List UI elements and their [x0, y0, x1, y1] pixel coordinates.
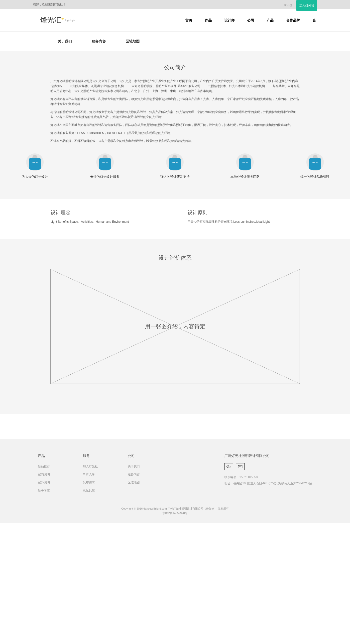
- principle-desc: 用最少的灯实现最理想的灯光环境 Less Luminaires,Ideal Li…: [188, 220, 300, 224]
- intro-p1: 广州灯光社照明设计有限公司是云知光全资子公司。云知光是一家专注照明产业开展业务的…: [50, 78, 300, 94]
- footer-link[interactable]: 发布需求: [83, 480, 128, 484]
- footer-link[interactable]: 申请入库: [83, 472, 128, 477]
- subnav-about[interactable]: 关于我们: [58, 39, 72, 44]
- footer-address: 地址：番禺区105国道大石段493号二楼优联办公社区B203-B217室: [224, 482, 312, 486]
- footer-col-company: 公司 关于我们 服务内容 区域地图: [128, 454, 173, 496]
- intro-section: 公司简介 广州灯光社照明设计有限公司是云知光全资子公司。云知光是一家专注照明产业…: [0, 51, 350, 199]
- footer-link[interactable]: 关于我们: [128, 464, 173, 469]
- svg-point-2: [227, 466, 229, 468]
- nav-home[interactable]: 首页: [179, 9, 198, 32]
- user-name[interactable]: 李小四: [284, 1, 292, 10]
- logo[interactable]: 烽光汇★ Lightopia: [28, 13, 88, 28]
- nav-more[interactable]: 合: [306, 9, 322, 32]
- footer-link[interactable]: 加入灯光社: [83, 464, 128, 469]
- logo-text: 烽光汇★: [40, 16, 64, 25]
- intro-p3: 与传统的照明设计公司不同，灯光社致力于为客户提供由灯光顾问和设计、灯具产品解决方…: [50, 110, 300, 120]
- feature-5-text: 统一的设计品质管理: [292, 174, 338, 179]
- placeholder-text: 用一张图介绍，内容待定: [145, 323, 205, 330]
- logo-subtitle: Lightopia: [65, 19, 76, 22]
- feature-row: LOGO 为大众的灯光设计 LOGO 专业的灯光设计服务 LOGO 强大的设计研…: [0, 154, 350, 179]
- footer-phone: 联系电话：15521105058: [224, 475, 312, 480]
- logo-icon: LOGO: [26, 154, 44, 171]
- footer-link[interactable]: 区域地图: [128, 480, 173, 484]
- svg-point-4: [227, 466, 228, 466]
- footer-link[interactable]: 意见反馈: [83, 488, 128, 492]
- nav-designers[interactable]: 设计师: [218, 9, 241, 32]
- feature-1-text: 为大众的灯光设计: [12, 174, 58, 179]
- footer-link[interactable]: 服务内容: [128, 472, 173, 477]
- intro-p4: 灯光社在全国主要城市拥有自己的设计和运营服务团队，团队核心成员都是资深的照明设计…: [50, 122, 300, 128]
- intro-body: 广州灯光社照明设计有限公司是云知光全资子公司。云知光是一家专注照明产业开展业务的…: [50, 78, 300, 144]
- welcome-text: 您好，欢迎来到灯光社！: [33, 0, 66, 11]
- evaluation-section: 设计评价体系 用一张图介绍，内容待定: [0, 239, 350, 414]
- subnav-service[interactable]: 服务内容: [92, 39, 106, 44]
- feature-4-text: 本地化设计服务团队: [222, 174, 268, 179]
- logo-icon: LOGO: [236, 154, 254, 171]
- concept-desc: Light Benefits Space、Activities、Human an…: [51, 220, 163, 224]
- email-icon[interactable]: [236, 463, 245, 470]
- intro-p2: 灯光社拥有自己丰富的供应链资源，和足够专业的评测团队，根据灯光应用场景需求选择供…: [50, 96, 300, 106]
- intro-title: 公司简介: [0, 64, 350, 71]
- feature-3: LOGO 强大的设计研发支持: [152, 154, 197, 179]
- footer-service-title: 服务: [83, 454, 128, 458]
- wechat-icon[interactable]: [224, 463, 233, 470]
- concept-title: 设计理念: [51, 209, 163, 216]
- main-nav: 首页 作品 设计师 公司 产品 合作品牌 合: [88, 9, 322, 32]
- footer: 产品 新品推荐 室内照明 室外照明 新手学堂 服务 加入灯光社 申请入库 发布需…: [0, 439, 350, 523]
- intro-p6: 不逃卖产品的嫌，不赚不该赚的钱。从客户需求和空间特点出发做设计，以最终效果实现和…: [50, 138, 300, 144]
- subnav-map[interactable]: 区域地图: [126, 39, 140, 44]
- concepts-section: 设计理念 Light Benefits Space、Activities、Hum…: [0, 199, 350, 239]
- intro-p5: 灯光社的服务原则：LESS LUMINAIRES，IDEAL LIGHT（用尽量…: [50, 130, 300, 136]
- svg-point-7: [230, 466, 230, 467]
- feature-2-text: 专业的灯光设计服务: [82, 174, 128, 179]
- design-principle: 设计原则 用最少的灯实现最理想的灯光环境 Less Luminaires,Ide…: [175, 199, 312, 239]
- feature-4: LOGO 本地化设计服务团队: [222, 154, 268, 179]
- copyright-line2: 京ICP备14052928号: [0, 511, 350, 515]
- footer-link[interactable]: 室内照明: [38, 472, 83, 477]
- footer-company-name: 广州灯光社照明设计有限公司: [224, 454, 312, 458]
- feature-3-text: 强大的设计研发支持: [152, 174, 197, 179]
- copyright: Copyright © 2016 dancewithlight.com 广州灯光…: [0, 506, 350, 515]
- principle-title: 设计原则: [188, 209, 300, 216]
- logo-icon: LOGO: [306, 154, 324, 171]
- evaluation-title: 设计评价体系: [0, 254, 350, 262]
- copyright-line1: Copyright © 2016 dancewithlight.com 广州灯光…: [0, 506, 350, 511]
- footer-products-title: 产品: [38, 454, 83, 458]
- nav-works[interactable]: 作品: [198, 9, 218, 32]
- feature-1: LOGO 为大众的灯光设计: [12, 154, 58, 179]
- logo-icon: LOGO: [166, 154, 184, 171]
- footer-link[interactable]: 新手学堂: [38, 488, 83, 492]
- footer-col-contact: 广州灯光社照明设计有限公司 联系电话：15521105058 地址：番禺区105…: [173, 454, 312, 496]
- nav-products[interactable]: 产品: [260, 9, 280, 32]
- footer-col-products: 产品 新品推荐 室内照明 室外照明 新手学堂: [38, 454, 83, 496]
- svg-point-6: [229, 466, 229, 467]
- design-concept: 设计理念 Light Benefits Space、Activities、Hum…: [38, 199, 175, 239]
- nav-brands[interactable]: 合作品牌: [280, 9, 306, 32]
- footer-company-col-title: 公司: [128, 454, 173, 458]
- feature-2: LOGO 专业的灯光设计服务: [82, 154, 128, 179]
- footer-col-service: 服务 加入灯光社 申请入库 发布需求 意见反馈: [83, 454, 128, 496]
- sub-nav: 关于我们 服务内容 区域地图: [28, 32, 322, 51]
- logo-icon: LOGO: [96, 154, 114, 171]
- header: 烽光汇★ Lightopia 首页 作品 设计师 公司 产品 合作品牌 合: [0, 9, 350, 32]
- feature-5: LOGO 统一的设计品质管理: [292, 154, 338, 179]
- footer-link[interactable]: 室外照明: [38, 480, 83, 484]
- footer-link[interactable]: 新品推荐: [38, 464, 83, 469]
- svg-point-5: [228, 466, 228, 466]
- placeholder-image: 用一张图介绍，内容待定: [50, 269, 300, 384]
- nav-company[interactable]: 公司: [241, 9, 260, 32]
- top-bar: 您好，欢迎来到灯光社！ 李小四 加入灯光社: [0, 0, 350, 9]
